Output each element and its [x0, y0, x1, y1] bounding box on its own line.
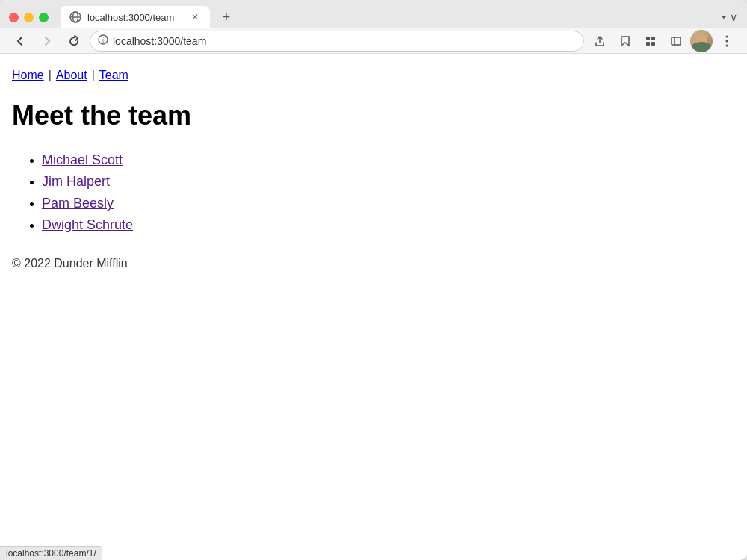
- extensions-button[interactable]: [639, 30, 662, 52]
- page-title: Meet the team: [12, 100, 735, 131]
- status-bar: localhost:3000/team/1/: [0, 546, 102, 560]
- breadcrumb-sep-2: |: [92, 69, 95, 82]
- svg-rect-6: [646, 37, 650, 40]
- status-url: localhost:3000/team/1/: [6, 548, 96, 559]
- tab-list-button[interactable]: ∨: [717, 7, 738, 28]
- new-tab-button[interactable]: +: [216, 7, 237, 28]
- breadcrumb-sep-1: |: [49, 69, 52, 82]
- svg-point-13: [726, 40, 728, 42]
- svg-point-12: [726, 35, 728, 37]
- list-item: Pam Beesly: [42, 196, 735, 211]
- globe-icon: [69, 11, 81, 23]
- svg-point-14: [726, 44, 728, 46]
- reload-button[interactable]: [63, 30, 85, 52]
- minimize-button[interactable]: [24, 13, 34, 22]
- breadcrumb: Home | About | Team: [12, 69, 735, 82]
- list-item: Michael Scott: [42, 152, 735, 168]
- svg-rect-8: [646, 42, 650, 46]
- svg-rect-7: [651, 37, 655, 40]
- back-button[interactable]: [9, 30, 31, 52]
- security-icon: i: [98, 34, 108, 47]
- tab-title: localhost:3000/team: [87, 12, 183, 23]
- page-content: Home | About | Team Meet the team Michae…: [0, 54, 747, 560]
- more-options-button[interactable]: [716, 30, 738, 52]
- team-member-jim-halpert[interactable]: Jim Halpert: [42, 174, 110, 189]
- breadcrumb-team[interactable]: Team: [99, 69, 128, 82]
- sidebar-button[interactable]: [665, 30, 687, 52]
- close-button[interactable]: [9, 13, 19, 22]
- team-member-pam-beesly[interactable]: Pam Beesly: [42, 196, 114, 211]
- list-item: Jim Halpert: [42, 174, 735, 190]
- svg-marker-5: [622, 37, 629, 46]
- forward-button[interactable]: [36, 30, 58, 52]
- footer-text: © 2022 Dunder Mifflin: [12, 257, 735, 270]
- bookmark-button[interactable]: [614, 30, 636, 52]
- team-member-michael-scott[interactable]: Michael Scott: [42, 152, 123, 167]
- active-tab[interactable]: localhost:3000/team ✕: [61, 6, 210, 28]
- tab-close-button[interactable]: ✕: [189, 11, 201, 23]
- svg-rect-9: [651, 42, 655, 46]
- share-button[interactable]: [589, 30, 611, 52]
- breadcrumb-home[interactable]: Home: [12, 69, 44, 82]
- nav-bar: i localhost:3000/team: [0, 28, 747, 54]
- list-item: Dwight Schrute: [42, 217, 735, 233]
- address-bar[interactable]: i localhost:3000/team: [90, 31, 584, 52]
- breadcrumb-about[interactable]: About: [56, 69, 87, 82]
- svg-text:i: i: [102, 37, 104, 44]
- tab-bar: localhost:3000/team ✕ + ∨: [0, 0, 747, 28]
- profile-button[interactable]: [690, 30, 713, 52]
- svg-rect-10: [672, 37, 681, 45]
- team-member-dwight-schrute[interactable]: Dwight Schrute: [42, 217, 133, 232]
- traffic-lights: [9, 13, 49, 22]
- url-text: localhost:3000/team: [113, 35, 576, 47]
- maximize-button[interactable]: [39, 13, 49, 22]
- title-bar: localhost:3000/team ✕ + ∨: [0, 0, 747, 54]
- browser-window: localhost:3000/team ✕ + ∨: [0, 0, 747, 560]
- avatar: [690, 30, 713, 52]
- nav-actions: [589, 30, 738, 52]
- team-list: Michael Scott Jim Halpert Pam Beesly Dwi…: [12, 152, 735, 233]
